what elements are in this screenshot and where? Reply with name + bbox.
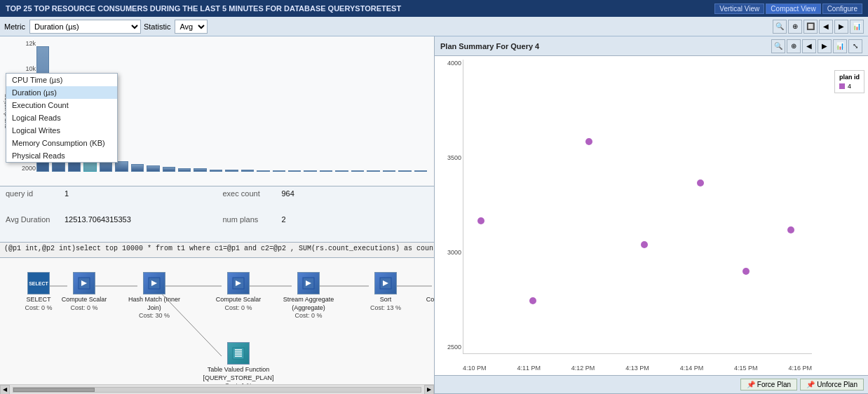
plan-icon-3[interactable]: ◀ xyxy=(802,39,816,53)
num-plans-row: num plans 2 xyxy=(223,215,429,240)
avg-duration-value: 12513.7064315353 xyxy=(65,215,131,240)
chart-area: avg duration 12k 10k 8k 6000 4000 2000 C… xyxy=(0,36,434,186)
bar-11[interactable] xyxy=(194,168,206,172)
statistic-select[interactable]: Avg Min Max xyxy=(175,20,208,34)
compact-view-button[interactable]: Compact View xyxy=(766,4,820,14)
dropdown-item-memcons[interactable]: Memory Consumption (KB) xyxy=(6,137,117,149)
node-cost-hm1: Cost: 30 % xyxy=(139,312,170,319)
dropdown-item-logwrites[interactable]: Logical Writes xyxy=(6,124,117,137)
x-label-5: 4:15 PM xyxy=(734,365,758,372)
bar-25[interactable] xyxy=(414,170,427,172)
scatter-dot-5 xyxy=(742,268,750,275)
bar-8[interactable] xyxy=(147,165,159,172)
legend-dot xyxy=(839,83,845,89)
next-icon[interactable]: ▶ xyxy=(834,20,848,34)
plan-scatter: 4000 3500 3000 2500 4:10 PM 4:11 PM 4:12… xyxy=(435,56,868,376)
x-label-1: 4:11 PM xyxy=(517,365,541,372)
plan-node-hm1[interactable]: Hash Match (Inner Join)Cost: 30 % xyxy=(126,272,182,319)
legend-value: 4 xyxy=(848,83,851,90)
scroll-track[interactable] xyxy=(13,387,421,393)
plan-node-sa1[interactable]: Stream Aggregate (Aggregate)Cost: 0 % xyxy=(280,272,337,319)
chart-icon[interactable]: 📊 xyxy=(850,20,864,34)
bar-12[interactable] xyxy=(210,170,222,172)
bar-21[interactable] xyxy=(351,170,364,172)
bar-23[interactable] xyxy=(383,170,395,172)
dropdown-item-logreads[interactable]: Logical Reads xyxy=(6,111,117,124)
plan-node-sort1[interactable]: SortCost: 13 % xyxy=(358,272,414,311)
node-icon-cs2 xyxy=(227,272,250,294)
plan-icon-4[interactable]: ▶ xyxy=(818,39,832,53)
bar-14[interactable] xyxy=(241,170,254,172)
node-cost-sa1: Cost: 0 % xyxy=(294,312,322,319)
bar-20[interactable] xyxy=(335,170,348,172)
plan-icon-5[interactable]: 📊 xyxy=(833,39,847,53)
node-label-hm1: Hash Match (Inner Join) xyxy=(126,296,182,312)
dropdown-item-execcount[interactable]: Execution Count xyxy=(6,99,117,111)
bar-7[interactable] xyxy=(131,164,144,172)
zoom-in-icon[interactable]: 🔍 xyxy=(773,20,787,34)
y-label-1: 3500 xyxy=(447,154,461,161)
bar-22[interactable] xyxy=(367,170,379,172)
main-container: avg duration 12k 10k 8k 6000 4000 2000 C… xyxy=(0,36,868,394)
force-plan-icon: 📌 xyxy=(747,381,755,388)
plan-node-cs3[interactable]: Compute ScalarCost: 0 % xyxy=(421,272,434,311)
bar-24[interactable] xyxy=(398,170,411,172)
scroll-right-arrow[interactable]: ▶ xyxy=(424,385,434,395)
metric-dropdown: CPU Time (µs) Duration (µs) Execution Co… xyxy=(6,73,118,163)
bar-15[interactable] xyxy=(257,170,269,172)
node-label-cs2: Compute Scalar xyxy=(216,296,262,304)
dropdown-item-duration[interactable]: Duration (µs) xyxy=(6,86,117,99)
metric-select[interactable]: Duration (µs) CPU Time (µs) Execution Co… xyxy=(29,20,141,34)
bar-17[interactable] xyxy=(288,170,301,172)
dropdown-item-physreads[interactable]: Physical Reads xyxy=(6,149,117,162)
bar-6[interactable] xyxy=(115,161,128,172)
dropdown-item-cpu[interactable]: CPU Time (µs) xyxy=(6,74,117,86)
title-bar: TOP 25 TOP RESOURCE CONSUMERS DURING THE… xyxy=(0,0,868,17)
force-plan-button[interactable]: 📌 Force Plan xyxy=(740,379,797,390)
plan-icon-2[interactable]: ⊕ xyxy=(787,39,801,53)
plan-node-cs2[interactable]: Compute ScalarCost: 0 % xyxy=(210,272,266,311)
bar-10[interactable] xyxy=(178,168,191,172)
exec-count-label: exec count xyxy=(223,189,279,214)
force-bar: 📌 Force Plan 📌 Unforce Plan xyxy=(435,376,868,394)
y-tick-0: 12k xyxy=(25,40,36,47)
node-icon-sa1 xyxy=(297,272,320,294)
node-label-sa1: Stream Aggregate (Aggregate) xyxy=(280,296,337,312)
zoom-out-icon[interactable]: 🔲 xyxy=(803,20,818,34)
scatter-dot-6 xyxy=(787,226,794,233)
unforce-plan-button[interactable]: 📌 Unforce Plan xyxy=(800,379,864,390)
bottom-scrollbar[interactable]: ◀ ▶ xyxy=(0,384,434,394)
x-label-2: 4:12 PM xyxy=(571,365,595,372)
configure-button[interactable]: Configure xyxy=(822,4,862,14)
plan-node-tvf2[interactable]: Table Valued Function [QUERY_STORE_PLAN]… xyxy=(210,342,266,384)
bar-9[interactable] xyxy=(163,167,175,172)
vertical-view-button[interactable]: Vertical View xyxy=(714,4,764,14)
statistic-label: Statistic xyxy=(144,22,171,31)
bar-16[interactable] xyxy=(273,170,285,172)
plan-header: Plan Summary For Query 4 🔍 ⊕ ◀ ▶ 📊 ⤡ xyxy=(435,36,868,56)
node-icon-hm1 xyxy=(143,272,165,294)
fit-icon[interactable]: ⊕ xyxy=(788,20,802,34)
node-icon-sort1 xyxy=(374,272,397,294)
plan-icon-6[interactable]: ⤡ xyxy=(848,39,862,53)
bar-19[interactable] xyxy=(320,170,332,172)
plan-summary-title: Plan Summary For Query 4 xyxy=(440,42,539,50)
query-id-label: query id xyxy=(6,189,62,214)
plan-icon-1[interactable]: 🔍 xyxy=(771,39,785,53)
left-panel: avg duration 12k 10k 8k 6000 4000 2000 C… xyxy=(0,36,435,394)
node-icon-cs1 xyxy=(73,272,95,294)
y-tick-5: 2000 xyxy=(22,165,36,172)
title-text: TOP 25 TOP RESOURCE CONSUMERS DURING THE… xyxy=(6,4,401,13)
scroll-thumb[interactable] xyxy=(13,388,95,392)
plan-node-cs1[interactable]: Compute ScalarCost: 0 % xyxy=(56,272,112,311)
node-label-select: SELECT xyxy=(26,296,50,304)
y-tick-1: 10k xyxy=(25,65,36,72)
exec-plan[interactable]: SELECTSELECTCost: 0 %Compute ScalarCost:… xyxy=(0,258,434,384)
node-label-cs3: Compute Scalar xyxy=(426,296,434,304)
bar-18[interactable] xyxy=(304,170,316,172)
x-label-3: 4:13 PM xyxy=(625,365,649,372)
prev-icon[interactable]: ◀ xyxy=(819,20,833,34)
exec-count-row: exec count 964 xyxy=(223,189,429,214)
bar-13[interactable] xyxy=(225,170,238,172)
scroll-left-arrow[interactable]: ◀ xyxy=(0,385,10,395)
